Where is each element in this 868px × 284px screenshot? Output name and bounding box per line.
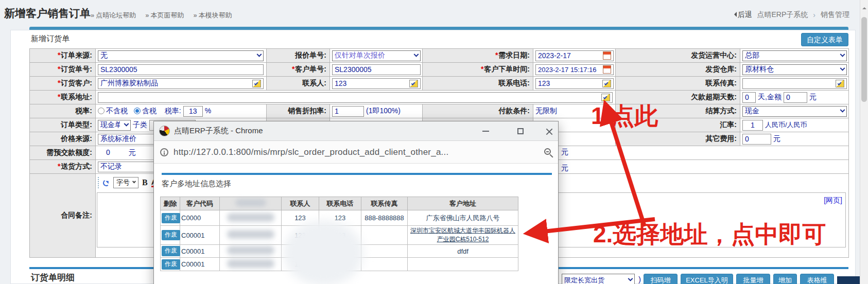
client-order-time-input[interactable]: 2023-2-17 15:17:16 [535,64,614,75]
client-label: *订货客户: [30,77,96,91]
blurred-client-name [227,259,274,268]
bold-button[interactable]: B [142,178,148,187]
scroll-up-icon[interactable] [862,5,866,9]
breadcrumb-separator: › [813,11,815,19]
webpage-link[interactable]: [网页] [824,196,842,205]
help-link-module[interactable]: »本模块帮助 [193,11,232,20]
maximize-button[interactable] [515,126,526,136]
help-link-forum[interactable]: »点晴论坛帮助 [91,11,136,20]
void-button[interactable]: 作废 [162,246,180,256]
col-name-blurred [220,197,282,210]
address-table-header: 删除 客户代码 联系人 联系电话 联系传真 客户地址 [161,197,518,210]
tax-excluded-label: 不含税 [106,106,128,115]
guillemet-icon: » [145,11,149,19]
overdue-amount-input[interactable]: 0 [784,92,807,103]
tax-excluded-radio[interactable] [98,108,105,114]
table-maintain-button[interactable]: 表格维护 [800,274,834,284]
discount-hint: (1即100%) [366,106,401,115]
phone-label: 联系电话: [423,77,533,91]
unit-limit-select[interactable]: 限定长宽出货 [562,274,635,284]
contact-label: 联系人: [267,77,330,91]
zoom-out-icon[interactable] [544,148,551,155]
popup-url[interactable]: http://127.0.0.1:800/mis/mrp/slc_order_p… [173,147,448,157]
close-button[interactable] [544,126,555,136]
overdue-unit1: 天,金额 [758,93,782,101]
address-select-popup-window: 点晴ERP子系统 - Chrome http://127.0.0.1:800/m… [153,121,559,284]
picker-icon[interactable] [836,80,844,87]
help-link-page[interactable]: »本页面帮助 [145,11,184,20]
demand-date-input[interactable]: 2023-2-17 [535,50,614,61]
undo-icon[interactable] [102,179,110,186]
address-cell[interactable] [408,258,518,271]
breadcrumb-system[interactable]: 点晴ERP子系统 [757,10,808,20]
scrollbar-thumb[interactable] [861,17,867,102]
quote-no-select[interactable]: 仅针对单次报价 [332,50,421,61]
back-link[interactable]: 后退 [732,10,752,20]
prepay-value: 0 [106,148,110,156]
ship-center-label: 发货运营中心: [616,49,740,63]
client-input[interactable]: 广州博雅胶粘制品 [98,78,264,89]
void-button[interactable]: 作废 [162,259,180,270]
address-cell[interactable]: 广东省佛山市人民路八号 [408,210,518,226]
vertical-scrollbar[interactable] [860,0,868,284]
col-code: 客户代码 [180,197,220,210]
clipped-button-fragment[interactable] [837,276,861,284]
tax-included-radio[interactable] [134,108,141,114]
address-input[interactable] [98,92,613,103]
excel-import-button[interactable]: EXCEL导入明细 [681,274,733,284]
form-section-title: 新增订货单 [31,34,70,44]
blurred-client-name [227,246,274,255]
info-icon[interactable] [160,148,168,156]
add-button[interactable]: 增加 [773,274,797,284]
popup-heading-accent [162,173,552,175]
contact-input[interactable]: 123 [332,78,421,89]
breadcrumb-module[interactable]: 销售管理 [821,10,849,20]
settle-select[interactable]: 现金 [742,106,847,117]
order-no-input[interactable]: SL2300005 [98,64,264,75]
hidden-field-unit-fragment: 元 [561,164,568,173]
void-button[interactable]: 作废 [162,213,180,223]
address-cell-target[interactable]: 深圳市宝安区航城大道华丰国际机器人产业园C栋510-512 [408,226,518,245]
other-fee-input[interactable]: 0 [742,134,771,145]
picker-icon[interactable] [409,80,418,87]
picker-icon[interactable] [602,80,611,87]
void-button[interactable]: 作废 [162,230,180,240]
chevron-down-icon [414,51,419,57]
client-order-time-label: *客户下单时间: [423,63,533,77]
exchange-unit: 人民币/人民币 [765,121,807,129]
client-no-input[interactable]: SL2300005 [332,64,421,75]
popup-url-bar[interactable]: http://127.0.0.1:800/mis/mrp/slc_order_p… [154,141,558,164]
order-type-select[interactable]: 现金单 [98,120,131,131]
ship-center-select[interactable]: 总部 [742,50,847,61]
order-source-select[interactable]: 无 [98,50,264,61]
ship-warehouse-select[interactable]: 原材料仓 [742,64,847,75]
scan-add-button[interactable]: 扫码增加 [644,274,678,284]
tax-label: 税率: [30,104,96,118]
popup-title-bar[interactable]: 点晴ERP子系统 - Chrome [154,121,558,141]
client-no-label: *客户单号: [267,63,330,77]
col-delete: 删除 [161,197,180,210]
payment-terms-value: 无限制 [535,106,557,115]
font-size-select[interactable]: 字号 [113,177,138,188]
guillemet-icon: » [91,11,94,19]
address-cell[interactable]: dfdf [408,245,518,258]
exchange-input[interactable]: 1 [742,120,763,131]
chevron-down-icon [124,121,129,126]
tax-rate-input[interactable]: 13 [183,106,203,117]
minimize-button[interactable] [480,126,491,136]
toolbar-grip-icon[interactable] [98,177,99,188]
calendar-icon[interactable] [603,65,611,74]
fax-input[interactable] [742,78,847,89]
detail-section-title: 订货单明细 [31,272,75,283]
address-picker-icon[interactable] [601,94,610,101]
picker-icon[interactable] [252,80,261,87]
calendar-icon[interactable] [603,51,611,60]
blurred-client-name [227,230,274,239]
payment-terms-label: 付款条件: [423,104,533,118]
customize-form-button[interactable]: 自定义表单 [801,33,848,46]
phone-input[interactable]: 123 [535,78,614,89]
overdue-days-input[interactable]: 0 [742,92,756,103]
batch-add-button[interactable]: 批量增加 [736,274,770,284]
discount-input[interactable]: 1 [332,106,364,117]
back-arrow-icon [732,12,737,17]
